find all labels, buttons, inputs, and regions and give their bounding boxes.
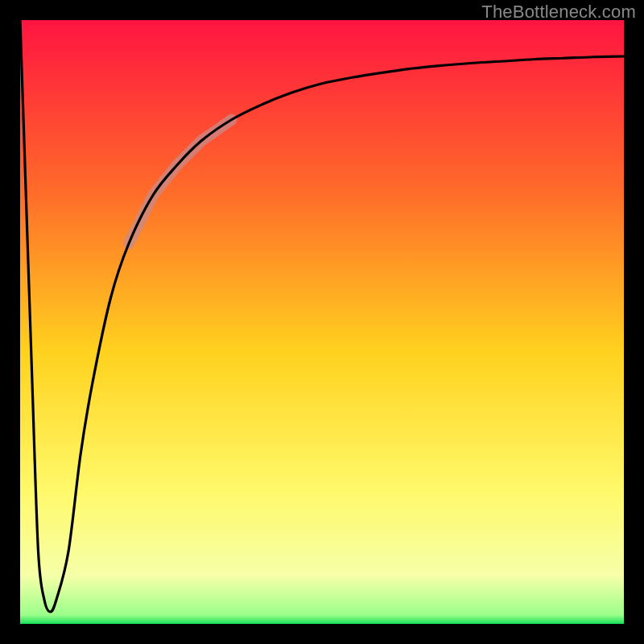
gradient-background — [20, 20, 624, 624]
plot-area — [20, 20, 624, 624]
chart-frame: TheBottleneck.com — [0, 0, 644, 644]
watermark-text: TheBottleneck.com — [481, 2, 636, 23]
chart-svg — [20, 20, 624, 624]
